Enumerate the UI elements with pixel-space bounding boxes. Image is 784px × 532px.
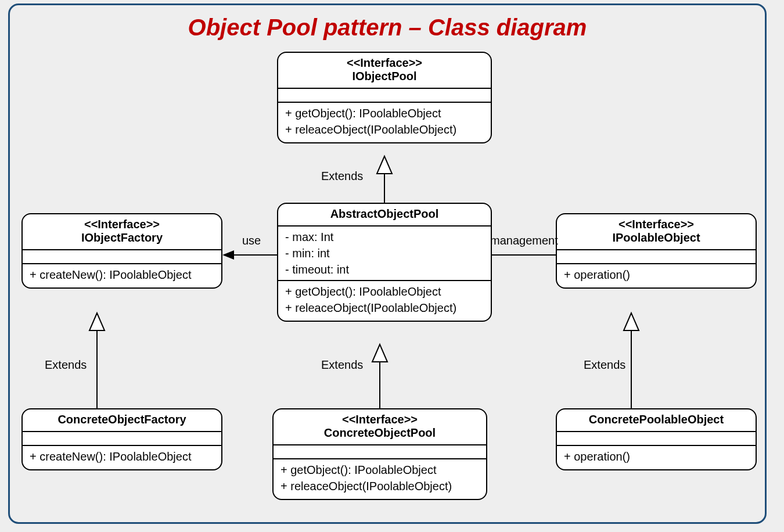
class-ConcreteObjectFactory: ConcreteObjectFactory + createNew(): IPo… (21, 408, 222, 470)
class-ops: + createNew(): IPoolableObject (23, 446, 221, 469)
svg-marker-5 (89, 313, 105, 330)
class-attrs (23, 432, 221, 446)
diagram-title: Object Pool pattern – Class diagram (10, 15, 765, 41)
class-ops: + operation() (557, 264, 756, 287)
svg-marker-9 (222, 250, 234, 260)
attr-row: - timeout: int (285, 261, 484, 278)
stereotype-label: <<Interface>> (563, 218, 750, 231)
edge-label-extends: Extends (321, 358, 363, 372)
attr-row: - max: Int (285, 229, 484, 245)
class-name-label: IObjectFactory (28, 231, 215, 245)
class-ops: + getObject(): IPoolableObject + releace… (278, 103, 491, 142)
svg-marker-3 (372, 344, 387, 362)
op-row: + releaceObject(IPoolableObject) (285, 300, 484, 316)
svg-marker-1 (377, 156, 392, 174)
class-attrs (557, 432, 756, 446)
class-ops: + createNew(): IPoolableObject (23, 264, 221, 287)
class-ops: + operation() (557, 446, 756, 469)
class-ConcretePoolableObject: ConcretePoolableObject + operation() (556, 408, 757, 470)
edge-extends-ConcreteObjectFactory-IObjectFactory (89, 313, 105, 408)
class-AbstractObjectPool: AbstractObjectPool - max: Int - min: int… (277, 203, 492, 322)
edge-label-extends: Extends (45, 358, 87, 372)
stereotype-label: <<Interface>> (28, 218, 215, 231)
class-name-label: IPoolableObject (563, 231, 750, 245)
class-IObjectPool: <<Interface>> IObjectPool + getObject():… (277, 52, 492, 143)
op-row: + createNew(): IPoolableObject (30, 448, 214, 465)
op-row: + createNew(): IPoolableObject (30, 267, 214, 283)
attr-row: - min: int (285, 245, 484, 261)
op-row: + getObject(): IPoolableObject (280, 462, 479, 478)
class-attrs: - max: Int - min: int - timeout: int (278, 227, 491, 281)
class-name-label: IObjectPool (284, 70, 485, 83)
class-attrs (557, 250, 756, 264)
op-row: + getObject(): IPoolableObject (285, 283, 484, 300)
class-name-label: ConcreteObjectFactory (28, 413, 215, 426)
edge-label-use: use (242, 234, 261, 247)
stereotype-label: <<Interface>> (284, 56, 485, 70)
class-name-label: AbstractObjectPool (284, 207, 485, 221)
op-row: + releaceObject(IPoolableObject) (280, 478, 479, 494)
edge-extends-AbstractObjectPool-IObjectPool (377, 156, 392, 203)
class-attrs (274, 445, 486, 459)
diagram-frame: Object Pool pattern – Class diagram <<In… (8, 3, 767, 524)
class-attrs (23, 250, 221, 264)
stereotype-label: <<Interface>> (279, 413, 480, 426)
class-name-label: ConcretePoolableObject (563, 413, 750, 426)
class-IObjectFactory: <<Interface>> IObjectFactory + createNew… (21, 213, 222, 289)
edge-extends-ConcretePoolableObject-IPoolableObject (624, 313, 639, 408)
edge-use-AbstractObjectPool-IObjectFactory (222, 250, 277, 260)
class-IPoolableObject: <<Interface>> IPoolableObject + operatio… (556, 213, 757, 289)
edge-label-extends: Extends (584, 358, 625, 372)
class-ConcreteObjectPool: <<Interface>> ConcreteObjectPool + getOb… (272, 408, 487, 500)
edge-label-management: management (490, 234, 558, 247)
edge-extends-ConcreteObjectPool-AbstractObjectPool (372, 344, 387, 408)
op-row: + operation() (564, 448, 749, 465)
svg-marker-7 (624, 313, 639, 330)
edge-label-extends: Extends (321, 170, 363, 183)
class-name-label: ConcreteObjectPool (279, 426, 480, 440)
class-ops: + getObject(): IPoolableObject + releace… (278, 281, 491, 321)
class-ops: + getObject(): IPoolableObject + releace… (274, 459, 486, 499)
op-row: + operation() (564, 267, 749, 283)
class-attrs (278, 89, 491, 103)
op-row: + releaceObject(IPoolableObject) (285, 121, 484, 138)
op-row: + getObject(): IPoolableObject (285, 105, 484, 121)
